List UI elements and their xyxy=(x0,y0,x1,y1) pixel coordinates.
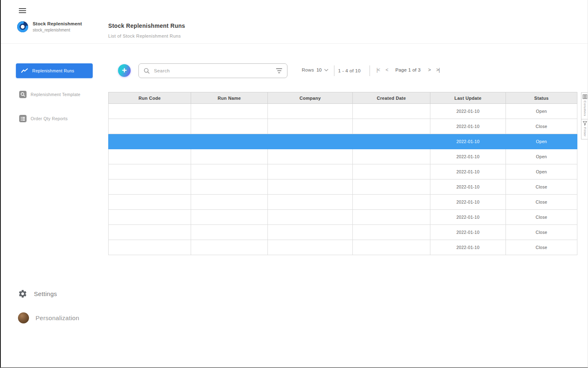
table-row[interactable]: 2022-01-10 Close xyxy=(109,225,577,240)
cell-run-name xyxy=(191,119,268,134)
page-title: Stock Replenishment Runs xyxy=(108,22,185,29)
cell-run-name xyxy=(191,225,268,240)
cell-status: Close xyxy=(506,180,577,195)
table-row[interactable]: 2022-01-10 Open xyxy=(109,164,577,180)
toolbar-divider xyxy=(334,65,334,76)
cell-company xyxy=(268,195,353,210)
cell-status: Close xyxy=(506,225,577,240)
sidebar-item-label: Order Qty Reports xyxy=(31,116,68,121)
cell-created-date xyxy=(353,104,430,119)
last-page-button[interactable]: >| xyxy=(436,67,439,73)
cell-created-date xyxy=(353,134,430,149)
cell-status: Close xyxy=(506,240,577,255)
cell-run-code xyxy=(109,104,191,119)
column-header-status[interactable]: Status xyxy=(506,92,577,104)
table-row[interactable]: 2022-01-10 Open xyxy=(109,149,577,164)
cell-last-update: 2022-01-10 xyxy=(430,149,506,164)
sidebar-item-replenishment-template[interactable]: Replenishment Template xyxy=(19,91,80,98)
sidebar-item-replenishment-runs[interactable]: Replenishment Runs xyxy=(16,63,93,78)
columns-tab-label: Columns xyxy=(583,101,587,117)
gear-icon xyxy=(18,289,27,298)
cell-run-name xyxy=(191,104,268,119)
cell-run-code xyxy=(109,240,191,255)
filter-tab-label: Filter xyxy=(583,127,587,137)
first-page-button[interactable]: |< xyxy=(376,67,380,73)
menu-icon[interactable] xyxy=(19,8,26,14)
columns-panel-tab[interactable]: Columns xyxy=(581,92,588,119)
cell-status: Open xyxy=(506,149,577,164)
cell-run-name xyxy=(191,134,268,149)
row-range-text: 1 - 4 of 10 xyxy=(338,68,361,73)
cell-company xyxy=(268,225,353,240)
cell-last-update: 2022-01-10 xyxy=(430,225,506,240)
cell-status: Open xyxy=(506,104,577,119)
table-row-selected[interactable]: 2022-01-10 Open xyxy=(109,134,577,149)
search-input[interactable] xyxy=(154,68,276,73)
cell-created-date xyxy=(353,225,430,240)
columns-icon xyxy=(583,94,587,99)
table-row[interactable]: 2022-01-10 Open xyxy=(109,104,577,119)
cell-run-name xyxy=(191,164,268,180)
column-header-run-code[interactable]: Run Code xyxy=(109,92,191,104)
page-subtitle: List of Stock Replenishment Runs xyxy=(108,34,181,38)
cell-created-date xyxy=(353,180,430,195)
column-header-last-update[interactable]: Last Update xyxy=(430,92,506,104)
app-subtitle: stock_replenishment xyxy=(33,28,70,32)
cell-run-name xyxy=(191,210,268,225)
sidebar-item-label: Replenishment Template xyxy=(31,92,80,97)
cell-run-code xyxy=(109,225,191,240)
cell-run-code xyxy=(109,180,191,195)
cell-company xyxy=(268,240,353,255)
column-header-company[interactable]: Company xyxy=(268,92,353,104)
cell-last-update: 2022-01-10 xyxy=(430,164,506,180)
cell-status: Close xyxy=(506,119,577,134)
search-doc-icon xyxy=(19,91,27,98)
sidebar-item-settings[interactable]: Settings xyxy=(18,289,57,298)
cell-created-date xyxy=(353,240,430,255)
header-divider xyxy=(1,43,588,44)
cell-last-update: 2022-01-10 xyxy=(430,104,506,119)
table-row[interactable]: 2022-01-10 Close xyxy=(109,119,577,134)
cell-run-name xyxy=(191,180,268,195)
search-icon xyxy=(144,68,150,74)
table-row[interactable]: 2022-01-10 Close xyxy=(109,180,577,195)
app-window: Stock Replenishment stock_replenishment … xyxy=(0,0,588,368)
app-title: Stock Replenishment xyxy=(33,21,82,26)
table-row[interactable]: 2022-01-10 Close xyxy=(109,240,577,255)
search-box xyxy=(138,63,287,78)
table-side-rail: Columns Filter xyxy=(581,92,588,139)
cell-status: Open xyxy=(506,164,577,180)
trend-line-icon xyxy=(21,68,28,74)
filter-panel-tab[interactable]: Filter xyxy=(581,119,588,140)
rows-per-page-select[interactable]: Rows 10 xyxy=(302,67,328,72)
table-row[interactable]: 2022-01-10 Close xyxy=(109,195,577,210)
chevron-down-icon xyxy=(324,69,328,72)
next-page-button[interactable]: > xyxy=(428,67,430,73)
cell-last-update: 2022-01-10 xyxy=(430,240,506,255)
cell-company xyxy=(268,119,353,134)
prev-page-button[interactable]: < xyxy=(385,67,388,73)
cell-status: Open xyxy=(506,134,577,149)
personalization-label: Personalization xyxy=(36,314,79,321)
table-header-row: Run Code Run Name Company Created Date L… xyxy=(109,92,577,104)
page-indicator: Page 1 of 3 xyxy=(395,67,421,72)
rows-label: Rows xyxy=(302,67,314,72)
table-row[interactable]: 2022-01-10 Close xyxy=(109,210,577,225)
column-header-created-date[interactable]: Created Date xyxy=(353,92,430,104)
cell-company xyxy=(268,149,353,164)
cell-company xyxy=(268,104,353,119)
cell-created-date xyxy=(353,119,430,134)
cell-company xyxy=(268,210,353,225)
column-header-run-name[interactable]: Run Name xyxy=(191,92,268,104)
add-button[interactable]: + xyxy=(118,64,131,77)
filter-list-icon[interactable] xyxy=(276,68,282,73)
cell-run-name xyxy=(191,149,268,164)
cell-created-date xyxy=(353,210,430,225)
sidebar-item-order-qty-reports[interactable]: Order Qty Reports xyxy=(19,115,68,122)
cell-last-update: 2022-01-10 xyxy=(430,195,506,210)
settings-label: Settings xyxy=(34,290,57,297)
sidebar-item-personalization[interactable]: Personalization xyxy=(18,312,79,323)
sidebar-item-label: Replenishment Runs xyxy=(32,68,74,73)
cell-run-name xyxy=(191,195,268,210)
app-logo xyxy=(17,21,28,32)
